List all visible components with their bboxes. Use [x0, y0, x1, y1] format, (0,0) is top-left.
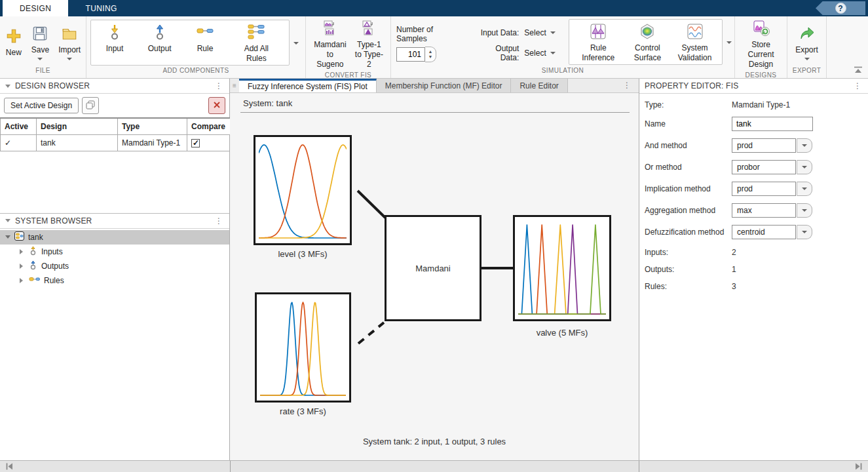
collapse-right-panel-icon[interactable] [854, 462, 863, 472]
rule-inference-button[interactable]: Rule Inference [575, 21, 621, 63]
output-valve-node[interactable] [513, 215, 611, 321]
output-data-select[interactable]: Select [524, 49, 555, 58]
outputs-count-value: 1 [732, 265, 736, 274]
save-dropdown-caret[interactable] [37, 58, 43, 60]
inference-node[interactable]: Mamdani [385, 215, 481, 321]
tree-item-rules[interactable]: Rules [0, 273, 229, 288]
control-surface-button[interactable]: Control Surface [628, 21, 666, 63]
export-button[interactable]: Export [792, 23, 821, 62]
design-name-cell[interactable]: tank [37, 134, 118, 151]
new-button[interactable]: New [2, 26, 26, 60]
add-all-rules-button[interactable]: Add All Rules [235, 22, 277, 64]
set-active-design-button[interactable]: Set Active Design [4, 98, 79, 113]
tab-mf-editor[interactable]: Membership Function (MF) Editor [377, 79, 512, 92]
compare-checkbox[interactable] [191, 139, 200, 148]
system-browser-title: SYSTEM BROWSER [15, 216, 209, 226]
design-browser-collapse-icon[interactable] [5, 85, 10, 88]
property-editor-title: PROPERTY EDITOR: FIS [645, 81, 848, 90]
system-browser-collapse-icon[interactable] [5, 219, 10, 222]
tab-design[interactable]: DESIGN [3, 0, 68, 16]
store-current-design-button[interactable]: Store Current Design [739, 18, 783, 71]
input-data-label: Input Data: [476, 28, 519, 37]
implication-method-label: Implication method [645, 184, 732, 193]
outputs-count-label: Outputs: [645, 265, 732, 274]
input-data-select[interactable]: Select [524, 28, 555, 37]
tree-item-outputs[interactable]: Outputs [0, 259, 229, 273]
and-method-label: And method [645, 141, 732, 150]
simulation-gallery: Rule Inference Control Surface System Va… [569, 19, 723, 65]
tab-rule-editor[interactable]: Rule Editor [511, 79, 567, 92]
add-input-button[interactable]: Input [103, 22, 127, 64]
simulation-gallery-caret[interactable] [724, 40, 734, 44]
tree-item-tank[interactable]: tank [0, 230, 229, 245]
aggregation-method-dropdown[interactable]: max [732, 203, 812, 218]
design-table: Active Design Type Compare ✓ tank Mamdan… [0, 117, 231, 151]
property-editor-menu-icon[interactable]: ⋮ [852, 82, 863, 90]
add-output-button[interactable]: Output [145, 22, 175, 64]
import-dropdown-caret[interactable] [67, 58, 72, 60]
add-rule-button[interactable]: Rule [193, 22, 217, 64]
splitter-grip-icon[interactable]: ≡ [230, 79, 239, 92]
section-convert-fis: Mamdani to Sugeno Type-1 to Type-2 CONVE… [306, 16, 391, 78]
mamdani-to-sugeno-button[interactable]: Mamdani to Sugeno [310, 18, 350, 71]
type-label: Type: [645, 100, 732, 109]
system-validation-button[interactable]: System Validation [674, 21, 716, 63]
toolstrip: New Save Import FILE [0, 16, 868, 79]
design-browser-title: DESIGN BROWSER [15, 81, 209, 90]
type1-to-type2-button[interactable]: Type-1 to Type-2 [352, 18, 387, 71]
collapse-left-panel-icon[interactable] [5, 462, 14, 472]
level-mf-plot [259, 140, 347, 240]
design-browser-menu-icon[interactable]: ⋮ [214, 82, 224, 90]
delete-design-button[interactable] [208, 97, 225, 114]
col-header-type[interactable]: Type [118, 118, 187, 134]
or-method-label: Or method [645, 163, 732, 172]
add-all-rules-icon [247, 24, 265, 43]
number-of-samples-label: Number of Samples [396, 25, 465, 43]
inputs-count-label: Inputs: [645, 248, 732, 257]
col-header-active[interactable]: Active [1, 118, 37, 134]
implication-method-dropdown[interactable]: prod [732, 182, 812, 196]
col-header-design[interactable]: Design [37, 118, 118, 134]
rules-icon [29, 275, 40, 285]
col-header-compare[interactable]: Compare [187, 118, 231, 134]
table-row[interactable]: ✓ tank Mamdani Type-1 [1, 134, 231, 151]
design-type-cell: Mamdani Type-1 [118, 134, 187, 151]
expander-icon[interactable] [20, 264, 25, 269]
system-summary-caption: System tank: 2 input, 1 output, 3 rules [230, 437, 639, 446]
aggregation-method-label: Aggregation method [645, 206, 732, 215]
system-browser-panel: SYSTEM BROWSER ⋮ tank Inputs [0, 213, 229, 461]
tab-tuning[interactable]: TUNING [68, 0, 134, 16]
expander-icon[interactable] [20, 249, 25, 254]
section-simulation: Number of Samples ▲▼ Input Data: Select … [391, 16, 735, 78]
duplicate-design-button[interactable] [82, 97, 99, 114]
expander-icon[interactable] [5, 235, 10, 239]
section-add-components: Input Output Rule Add All Rules [86, 16, 306, 78]
document-menu-icon[interactable]: ⋮ [622, 81, 632, 89]
number-of-samples-input[interactable] [396, 47, 425, 62]
store-current-design-icon [752, 20, 770, 39]
system-browser-header: SYSTEM BROWSER ⋮ [0, 214, 229, 229]
system-browser-menu-icon[interactable]: ⋮ [214, 217, 224, 225]
save-button[interactable]: Save [28, 23, 52, 62]
design-browser-header: DESIGN BROWSER ⋮ [0, 79, 229, 94]
rule-icon [196, 24, 214, 43]
fuzzy-logic-designer-window: DESIGN TUNING ? New Save Import [0, 0, 868, 472]
or-method-dropdown[interactable]: probor [732, 160, 812, 174]
tree-item-inputs[interactable]: Inputs [0, 245, 229, 259]
samples-stepper[interactable]: ▲▼ [425, 47, 436, 62]
name-field[interactable] [732, 117, 813, 131]
expander-icon[interactable] [20, 278, 25, 283]
collapse-toolstrip-icon[interactable] [854, 66, 863, 75]
and-method-dropdown[interactable]: prod [732, 138, 812, 153]
help-icon[interactable]: ? [835, 3, 846, 14]
input-rate-node[interactable] [255, 292, 351, 403]
import-button[interactable]: Import [55, 23, 84, 62]
defuzzification-method-dropdown[interactable]: centroid [732, 225, 812, 239]
tab-fis-plot[interactable]: Fuzzy Inference System (FIS) Plot [239, 79, 377, 92]
export-dropdown-caret[interactable] [804, 58, 810, 60]
input-level-node[interactable] [254, 135, 352, 245]
add-components-gallery-caret[interactable] [291, 41, 301, 45]
output-data-label: Output Data: [476, 44, 519, 62]
inputs-icon [29, 246, 37, 258]
rate-node-label: rate (3 MFs) [255, 406, 351, 416]
